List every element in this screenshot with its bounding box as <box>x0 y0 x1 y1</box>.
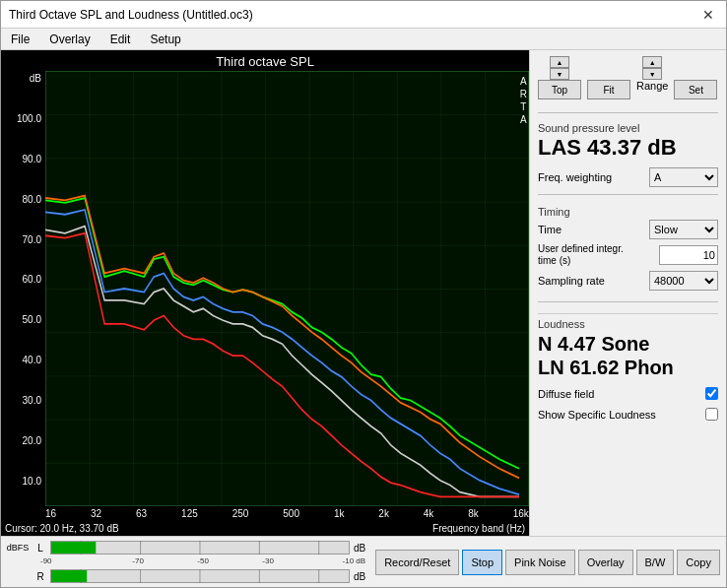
scale-l-1: -90 <box>40 556 105 565</box>
fit-nav-group: Fit <box>587 56 630 99</box>
range-up-btn[interactable]: ▲ <box>642 56 662 68</box>
right-panel: ▲ ▼ Top Fit ▲ ▼ Range <box>529 50 726 536</box>
divider-1 <box>538 112 718 113</box>
x-axis: 16 32 63 125 250 500 1k 2k 4k 8k 16k <box>1 506 529 521</box>
range-arrows: ▲ ▼ <box>642 56 662 80</box>
menu-edit[interactable]: Edit <box>104 32 137 47</box>
meter-l-svg <box>51 541 349 555</box>
freq-band-label: Frequency band (Hz) <box>432 523 525 534</box>
stop-button[interactable]: Stop <box>462 550 502 575</box>
sampling-rate-select[interactable]: 44100 48000 96000 <box>649 271 718 291</box>
y-tick-40: 40.0 <box>3 355 41 365</box>
chart-title: Third octave SPL <box>1 50 529 71</box>
y-tick-20: 20.0 <box>3 435 41 446</box>
y-tick-80: 80.0 <box>3 194 41 205</box>
timing-section: Timing Time Slow Fast Impulse User defin… <box>538 206 718 294</box>
scale-l-5: -10 dB <box>300 556 365 565</box>
x-tick-32: 32 <box>91 508 101 519</box>
menu-file[interactable]: File <box>5 32 35 47</box>
diffuse-field-checkbox[interactable] <box>705 387 718 400</box>
meter-l-scale: -90 -70 -50 -30 -10 dB <box>31 556 365 565</box>
nav-controls: ▲ ▼ Top Fit ▲ ▼ Range <box>538 56 718 99</box>
top-button[interactable]: Top <box>538 80 581 99</box>
y-tick-70: 70.0 <box>3 234 41 245</box>
cursor-text: Cursor: 20.0 Hz, 33.70 dB <box>5 523 119 534</box>
diffuse-field-label: Diffuse field <box>538 388 701 400</box>
y-axis: dB 100.0 90.0 80.0 70.0 60.0 50.0 40.0 3… <box>1 71 45 506</box>
top-nav-group: ▲ ▼ Top <box>538 56 581 99</box>
freq-weighting-select[interactable]: A C Z <box>649 167 718 187</box>
loudness-n-value: N 4.47 Sone <box>538 332 718 356</box>
x-tick-16k: 16k <box>513 508 529 519</box>
record-reset-button[interactable]: Record/Reset <box>375 550 459 575</box>
chart-svg <box>45 71 529 506</box>
svg-rect-14 <box>51 570 87 582</box>
spl-section: Sound pressure level LAS 43.37 dB <box>538 122 718 160</box>
scale-l-2: -70 <box>105 556 170 565</box>
bottom-area: dBFS L dB -90 <box>1 536 726 587</box>
meter-l-bar <box>50 541 350 555</box>
svg-rect-1 <box>45 71 529 506</box>
show-specific-checkbox[interactable] <box>705 408 718 421</box>
x-tick-500: 500 <box>283 508 299 519</box>
menu-setup[interactable]: Setup <box>144 32 186 47</box>
x-tick-4k: 4k <box>424 508 434 519</box>
overlay-button[interactable]: Overlay <box>578 550 633 575</box>
y-label-db: dB <box>3 73 41 84</box>
meter-r-svg <box>51 569 349 583</box>
y-tick-100: 100.0 <box>3 113 41 124</box>
scale-l-4: -30 <box>235 556 300 565</box>
close-button[interactable]: ✕ <box>698 5 718 25</box>
x-tick-2k: 2k <box>378 508 389 519</box>
set-nav-group: Set <box>674 56 717 99</box>
set-button[interactable]: Set <box>674 80 717 99</box>
x-tick-250: 250 <box>232 508 249 519</box>
pink-noise-button[interactable]: Pink Noise <box>505 550 575 575</box>
arta-label: ARTA <box>520 75 527 126</box>
y-tick-90: 90.0 <box>3 154 41 164</box>
y-tick-60: 60.0 <box>3 274 41 285</box>
timing-label: Timing <box>538 206 718 218</box>
range-label: Range <box>636 80 668 92</box>
diffuse-field-row: Diffuse field <box>538 387 718 400</box>
chart-area: Third octave SPL dB 100.0 90.0 80.0 70.0… <box>1 50 529 536</box>
level-meter: dBFS L dB -90 <box>1 537 369 587</box>
top-arrows: ▲ ▼ <box>550 56 569 80</box>
window-title: Third Octave SPL and Loudness (Untitled.… <box>9 8 253 22</box>
meter-l-row: dBFS L dB <box>5 541 365 555</box>
x-tick-125: 125 <box>181 508 198 519</box>
time-select[interactable]: Slow Fast Impulse <box>649 220 718 239</box>
time-label: Time <box>538 224 649 235</box>
action-buttons: Record/Reset Stop Pink Noise Overlay B/W… <box>369 537 726 587</box>
scale-l-3: -50 <box>170 556 235 565</box>
range-down-btn[interactable]: ▼ <box>642 68 662 80</box>
y-tick-50: 50.0 <box>3 314 41 325</box>
y-tick-10: 10.0 <box>3 476 41 487</box>
divider-2 <box>538 194 718 195</box>
loudness-section-label: Loudness <box>538 318 718 330</box>
y-tick-30: 30.0 <box>3 395 41 406</box>
user-integr-input[interactable] <box>659 245 718 265</box>
top-up-btn[interactable]: ▲ <box>550 56 569 68</box>
title-bar: Third Octave SPL and Loudness (Untitled.… <box>1 1 726 29</box>
freq-weighting-row: Freq. weighting A C Z <box>538 167 718 187</box>
sampling-rate-row: Sampling rate 44100 48000 96000 <box>538 271 718 291</box>
meter-r-db-unit: dB <box>354 571 365 582</box>
fit-button[interactable]: Fit <box>587 80 630 99</box>
x-tick-1k: 1k <box>334 508 345 519</box>
x-tick-16: 16 <box>45 508 56 519</box>
divider-3 <box>538 301 718 302</box>
x-tick-8k: 8k <box>468 508 479 519</box>
x-tick-63: 63 <box>136 508 147 519</box>
meter-r-bar <box>50 569 350 583</box>
copy-button[interactable]: Copy <box>677 550 720 575</box>
meter-r-row: R dB <box>5 569 365 583</box>
svg-rect-8 <box>51 542 96 554</box>
user-integr-label: User defined integr. time (s) <box>538 243 636 267</box>
top-down-btn[interactable]: ▼ <box>550 68 569 80</box>
menu-overlay[interactable]: Overlay <box>43 32 96 47</box>
bw-button[interactable]: B/W <box>636 550 675 575</box>
range-nav-group: ▲ ▼ Range <box>636 56 668 99</box>
chart-footer: Cursor: 20.0 Hz, 33.70 dB Frequency band… <box>1 521 529 536</box>
time-row: Time Slow Fast Impulse <box>538 220 718 239</box>
